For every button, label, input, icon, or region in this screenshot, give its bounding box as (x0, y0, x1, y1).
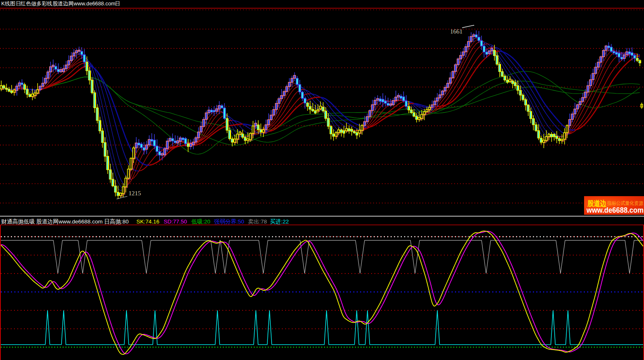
svg-text:日: 日 (115, 0, 120, 7)
svg-text:卖出:78: 卖出:78 (248, 218, 267, 225)
svg-text:股道边网www.de6688.com: 股道边网www.de6688.com (52, 0, 115, 7)
svg-text:财通高抛低吸 股道边网www.de6688.com 日高抛:: 财通高抛低吸 股道边网www.de6688.com 日高抛:80 (1, 218, 129, 225)
svg-text:指标公式量化资源: 指标公式量化资源 (607, 200, 643, 206)
svg-text:SK:74.16: SK:74.16 (136, 218, 160, 225)
svg-text:红色做多彩线: 红色做多彩线 (21, 0, 52, 7)
svg-text:低吸:20: 低吸:20 (191, 218, 210, 225)
svg-text:SD:77.50: SD:77.50 (164, 218, 187, 225)
svg-text:www.de6688.com: www.de6688.com (586, 206, 644, 214)
svg-text:强弱分界:50: 强弱分界:50 (214, 218, 244, 225)
svg-text:买进:22: 买进:22 (270, 218, 289, 225)
svg-text:1215: 1215 (129, 190, 141, 197)
svg-text:K线图: K线图 (1, 0, 15, 7)
svg-text:1661: 1661 (450, 28, 463, 35)
